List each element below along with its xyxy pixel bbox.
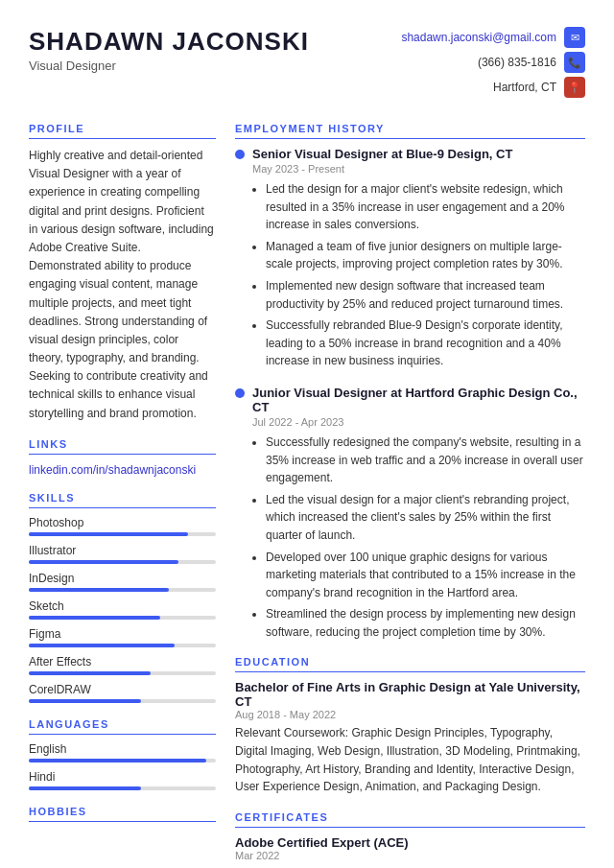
email-link[interactable]: shadawn.jaconski@gmail.com [401, 31, 556, 44]
languages-section-title: LANGUAGES [29, 718, 216, 735]
skill-bar-bg [29, 699, 216, 703]
skill-name: After Effects [29, 655, 216, 669]
skill-item: InDesign [29, 572, 216, 592]
job-bullet: Streamlined the design process by implem… [266, 605, 585, 641]
job-bullet: Implemented new design software that inc… [266, 277, 585, 313]
lang-bar-fill [29, 759, 206, 762]
edu-degree: Bachelor of Fine Arts in Graphic Design … [235, 680, 585, 709]
left-column: PROFILE Highly creative and detail-orien… [29, 115, 216, 868]
skill-bar-fill [29, 560, 178, 564]
email-text: shadawn.jaconski@gmail.com [401, 31, 556, 44]
header-left: SHADAWN JACONSKI Visual Designer [29, 27, 309, 73]
link-item: linkedin.com/in/shadawnjaconski [29, 462, 216, 477]
job-date: May 2023 - Present [252, 163, 585, 175]
job-bullets: Led the design for a major client's webs… [252, 180, 585, 370]
skill-item: Illustrator [29, 544, 216, 564]
skill-item: Photoshop [29, 516, 216, 536]
skill-bar-fill [29, 532, 188, 536]
cert-date: Mar 2022 [235, 850, 585, 861]
skill-bar-fill [29, 644, 175, 647]
job-item: Senior Visual Designer at Blue-9 Design,… [235, 147, 585, 370]
skill-bar-bg [29, 644, 216, 647]
job-item: Junior Visual Designer at Hartford Graph… [235, 386, 585, 642]
candidate-title: Visual Designer [29, 59, 309, 73]
language-item: English [29, 742, 216, 762]
profile-section-title: PROFILE [29, 123, 216, 139]
skill-name: CorelDRAW [29, 683, 216, 696]
job-date: Jul 2022 - Apr 2023 [252, 416, 585, 428]
skill-name: Illustrator [29, 544, 216, 557]
skill-bar-bg [29, 588, 216, 592]
phone-text: (366) 835-1816 [478, 56, 556, 69]
lang-bar-bg [29, 786, 216, 790]
education-section-title: EDUCATION [235, 656, 585, 672]
skill-bar-fill [29, 699, 141, 703]
lang-name: Hindi [29, 770, 216, 784]
certificates-list: Adobe Certified Expert (ACE) Mar 2022 UX… [235, 835, 585, 868]
skill-name: InDesign [29, 572, 216, 585]
header: SHADAWN JACONSKI Visual Designer shadawn… [0, 0, 614, 115]
skills-list: Photoshop Illustrator InDesign Sketch Fi… [29, 516, 216, 703]
lang-name: English [29, 742, 216, 756]
email-icon: ✉ [564, 27, 585, 48]
employment-section-title: EMPLOYMENT HISTORY [235, 123, 585, 139]
job-header: Junior Visual Designer at Hartford Graph… [235, 386, 585, 414]
certificates-section-title: CERTIFICATES [235, 811, 585, 828]
skill-bar-fill [29, 671, 151, 675]
location-icon: 📍 [564, 77, 585, 98]
cert-item: Adobe Certified Expert (ACE) Mar 2022 [235, 835, 585, 861]
body: PROFILE Highly creative and detail-orien… [0, 115, 614, 868]
header-right: shadawn.jaconski@gmail.com ✉ (366) 835-1… [401, 27, 585, 98]
language-item: Hindi [29, 770, 216, 790]
skill-bar-bg [29, 532, 216, 536]
skill-name: Sketch [29, 599, 216, 613]
skill-bar-bg [29, 671, 216, 675]
cert-title: Adobe Certified Expert (ACE) [235, 835, 585, 850]
resume-container: SHADAWN JACONSKI Visual Designer shadawn… [0, 0, 614, 868]
skill-bar-fill [29, 588, 169, 592]
email-contact: shadawn.jaconski@gmail.com ✉ [401, 27, 585, 48]
phone-icon: 📞 [564, 52, 585, 73]
right-column: EMPLOYMENT HISTORY Senior Visual Designe… [235, 115, 585, 868]
job-bullet: Led the visual design for a major client… [266, 491, 585, 545]
job-title: Junior Visual Designer at Hartford Graph… [252, 386, 585, 414]
candidate-name: SHADAWN JACONSKI [29, 27, 309, 57]
languages-list: English Hindi [29, 742, 216, 790]
job-dot [235, 150, 245, 159]
job-bullet: Developed over 100 unique graphic design… [266, 549, 585, 602]
skill-bar-fill [29, 616, 160, 620]
skill-item: Figma [29, 627, 216, 647]
education-content: Bachelor of Fine Arts in Graphic Design … [235, 680, 585, 795]
location-contact: Hartford, CT 📍 [493, 77, 585, 98]
edu-date: Aug 2018 - May 2022 [235, 709, 585, 720]
location-text: Hartford, CT [493, 81, 556, 94]
skill-name: Figma [29, 627, 216, 641]
links-section-title: LINKS [29, 438, 216, 455]
lang-bar-bg [29, 759, 216, 762]
job-bullet: Managed a team of five junior designers … [266, 238, 585, 273]
skill-item: CorelDRAW [29, 683, 216, 703]
profile-text: Highly creative and detail-oriented Visu… [29, 147, 216, 423]
job-dot [235, 388, 245, 398]
job-header: Senior Visual Designer at Blue-9 Design,… [235, 147, 585, 161]
job-bullet: Successfully rebranded Blue-9 Design's c… [266, 317, 585, 370]
skill-item: Sketch [29, 599, 216, 620]
job-bullets: Successfully redesigned the company's we… [252, 434, 585, 642]
hobbies-section-title: HOBBIES [29, 806, 216, 822]
skill-item: After Effects [29, 655, 216, 675]
linkedin-link[interactable]: linkedin.com/in/shadawnjaconski [29, 463, 196, 477]
job-title: Senior Visual Designer at Blue-9 Design,… [252, 147, 512, 161]
phone-contact: (366) 835-1816 📞 [478, 52, 585, 73]
edu-desc: Relevant Coursework: Graphic Design Prin… [235, 724, 585, 795]
skill-name: Photoshop [29, 516, 216, 529]
skill-bar-bg [29, 560, 216, 564]
skill-bar-bg [29, 616, 216, 620]
job-bullet: Led the design for a major client's webs… [266, 180, 585, 234]
skills-section-title: SKILLS [29, 492, 216, 508]
job-bullet: Successfully redesigned the company's we… [266, 434, 585, 487]
lang-bar-fill [29, 786, 141, 790]
jobs-list: Senior Visual Designer at Blue-9 Design,… [235, 147, 585, 641]
